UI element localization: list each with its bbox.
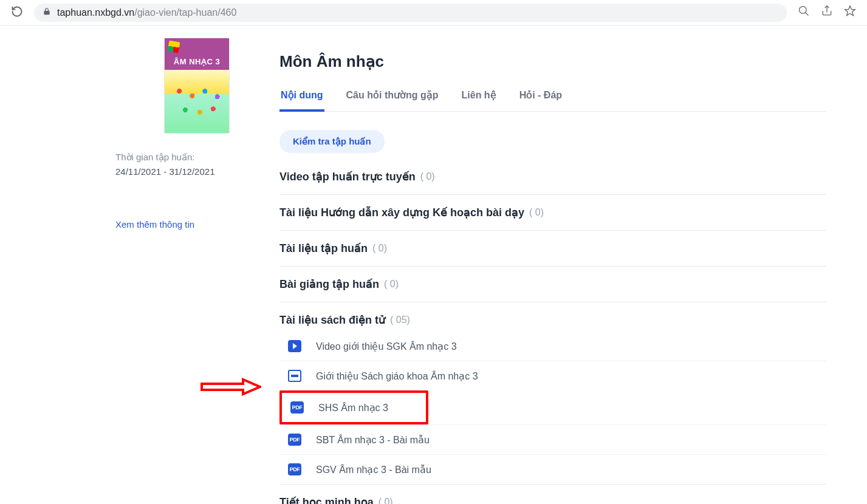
svg-line-1 (806, 13, 809, 16)
training-period-value: 24/11/2021 - 31/12/2021 (115, 166, 261, 177)
section-ebooks: Tài liệu sách điện tử ( 05) Video giới t… (279, 302, 826, 484)
section-ebooks-header[interactable]: Tài liệu sách điện tử ( 05) (279, 313, 826, 327)
pdf-icon: PDF (288, 434, 301, 446)
more-info-link[interactable]: Xem thêm thông tin (115, 219, 194, 230)
file-item-sbt[interactable]: PDF SBT Âm nhạc 3 - Bài mẫu (279, 424, 826, 454)
book-cover-label: ÂM NHẠC 3 (174, 57, 220, 66)
section-count: ( 0) (529, 207, 544, 218)
file-label: Giới thiệu Sách giáo khoa Âm nhạc 3 (316, 370, 478, 382)
tab-contact[interactable]: Liên hệ (461, 89, 498, 111)
section-count: ( 0) (384, 279, 399, 290)
file-label: SBT Âm nhạc 3 - Bài mẫu (316, 434, 430, 446)
reload-icon[interactable] (11, 5, 23, 19)
book-cover-thumbnail[interactable]: ÂM NHẠC 3 (164, 38, 230, 134)
pdf-icon: PDF (290, 401, 304, 414)
tab-content[interactable]: Nội dung (279, 89, 324, 112)
section-title: Tiết học minh họa (279, 495, 374, 504)
file-label: SGV Âm nhạc 3 - Bài mẫu (316, 464, 431, 475)
section-count: ( 0) (420, 171, 435, 182)
training-period-label: Thời gian tập huấn: (115, 152, 261, 163)
section-count: ( 0) (372, 243, 387, 254)
section-title: Bài giảng tập huấn (279, 278, 379, 291)
svg-point-0 (800, 7, 807, 14)
section-count: ( 05) (390, 315, 410, 325)
svg-marker-2 (845, 6, 855, 16)
address-bar[interactable]: taphuan.nxbgd.vn/giao-vien/tap-huan/460 (34, 4, 787, 22)
section-lectures[interactable]: Bài giảng tập huấn ( 0) (279, 267, 826, 302)
url-path: /giao-vien/tap-huan/460 (134, 7, 236, 18)
file-label: SHS Âm nhạc 3 (318, 402, 388, 414)
book-cover-title: ÂM NHẠC 3 (165, 38, 229, 70)
tab-qa[interactable]: Hỏi - Đáp (518, 89, 563, 111)
check-training-button[interactable]: Kiểm tra tập huấn (279, 130, 385, 153)
url-text: taphuan.nxbgd.vn/giao-vien/tap-huan/460 (57, 7, 236, 18)
lock-icon (43, 7, 51, 18)
url-host: taphuan.nxbgd.vn (57, 7, 134, 18)
toolbar-actions (798, 5, 856, 20)
section-title: Video tập huấn trực tuyến (279, 170, 416, 183)
training-period: Thời gian tập huấn: 24/11/2021 - 31/12/2… (115, 152, 261, 177)
zoom-icon[interactable] (798, 5, 810, 20)
tab-bar: Nội dung Câu hỏi thường gặp Liên hệ Hỏi … (279, 89, 826, 112)
browser-toolbar: taphuan.nxbgd.vn/giao-vien/tap-huan/460 (0, 0, 867, 26)
section-title: Tài liệu tập huấn (279, 242, 368, 255)
section-title: Tài liệu sách điện tử (279, 313, 385, 327)
section-sample-lesson[interactable]: Tiết học minh họa ( 0) (279, 484, 826, 504)
file-item-sgv[interactable]: PDF SGV Âm nhạc 3 - Bài mẫu (279, 454, 826, 484)
file-label: Video giới thiệu SGK Âm nhạc 3 (316, 341, 457, 352)
pdf-icon: PDF (288, 463, 301, 475)
file-item-shs[interactable]: PDF SHS Âm nhạc 3 (279, 390, 428, 424)
section-training-docs[interactable]: Tài liệu tập huấn ( 0) (279, 231, 826, 267)
file-item-slide-intro[interactable]: Giới thiệu Sách giáo khoa Âm nhạc 3 (279, 361, 826, 390)
slide-icon (288, 370, 301, 382)
star-icon[interactable] (844, 5, 856, 20)
play-icon (288, 340, 301, 352)
file-list: Video giới thiệu SGK Âm nhạc 3 Giới thiệ… (279, 332, 826, 484)
book-cover-art (165, 70, 229, 133)
share-icon[interactable] (821, 5, 833, 20)
section-video-training[interactable]: Video tập huấn trực tuyến ( 0) (279, 159, 826, 195)
section-title: Tài liệu Hướng dẫn xây dựng Kế hoạch bài… (279, 206, 524, 219)
kite-icon (168, 41, 179, 52)
tab-faq[interactable]: Câu hỏi thường gặp (345, 89, 440, 111)
file-item-video-intro[interactable]: Video giới thiệu SGK Âm nhạc 3 (279, 332, 826, 361)
section-guide-docs[interactable]: Tài liệu Hướng dẫn xây dựng Kế hoạch bài… (279, 195, 826, 231)
page-title: Môn Âm nhạc (279, 52, 826, 71)
section-count: ( 0) (379, 497, 393, 504)
